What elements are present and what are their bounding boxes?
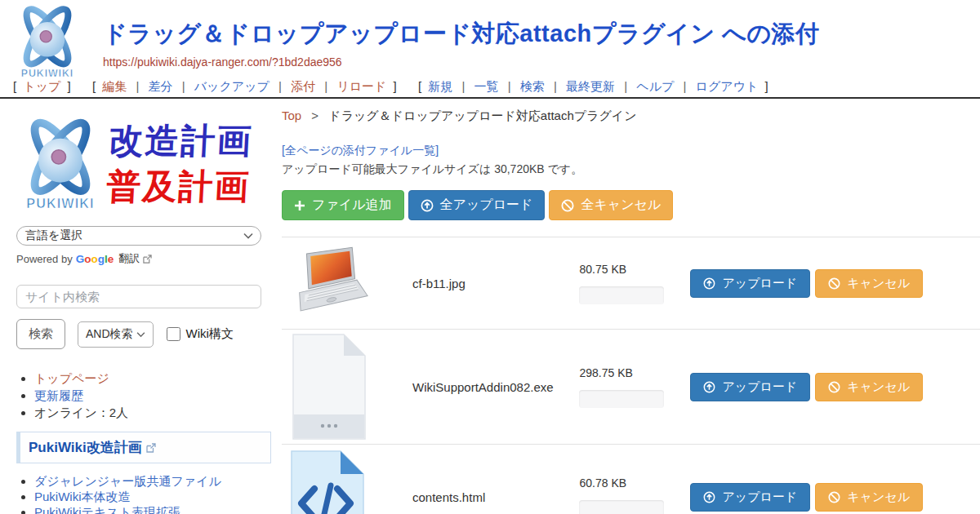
site-search-input[interactable] [16, 285, 261, 308]
nav-new[interactable]: 新規 [428, 79, 452, 93]
upload-toolbar: ファイル追加 全アップロード 全キャンセル [282, 190, 980, 220]
laptop-thumbnail-icon [290, 246, 372, 321]
language-select[interactable]: 言語を選択 [16, 226, 261, 246]
upload-button[interactable]: アップロード [690, 373, 810, 401]
separator: | [182, 79, 185, 93]
list-item: PukiWiki本体改造 [34, 489, 271, 504]
logo-line-kaizou: 改造計画 [108, 118, 254, 164]
top-navigation: [ トップ ] [ 編集 | 差分 | バックアップ | 添付 | リロード ]… [10, 79, 783, 95]
external-link-icon [146, 443, 156, 453]
file-row: cf-b11.jpg 80.75 KB アップロード [282, 237, 980, 329]
list-item: トップページ [34, 370, 271, 387]
file-size: 60.78 KB [579, 476, 677, 490]
nav-help[interactable]: ヘルプ [636, 79, 674, 93]
pukiwiki-brand-text: PUKIWIKI [21, 68, 74, 79]
cancel-button[interactable]: キャンセル [815, 373, 923, 401]
separator: | [324, 79, 327, 93]
sidebar-links-bottom: ダジャレンジャー版共通ファイル PukiWiki本体改造 PukiWikiテキス… [16, 473, 271, 514]
nav-diff[interactable]: 差分 [149, 79, 173, 93]
nav-search[interactable]: 検索 [520, 79, 545, 93]
nav-logout[interactable]: ログアウト [696, 79, 759, 93]
add-files-button[interactable]: ファイル追加 [282, 190, 404, 220]
all-attachments-link[interactable]: [全ページの添付ファイル一覧] [282, 144, 980, 158]
upload-file-list: cf-b11.jpg 80.75 KB アップロード [282, 237, 980, 514]
page-title: ドラッグ＆ドロップアップロード対応attachプラグイン への添付 [103, 18, 820, 51]
nav-backup[interactable]: バックアップ [194, 79, 270, 93]
google-translate-attribution: Powered by Google 翻訳 [16, 251, 271, 266]
plus-icon [294, 200, 305, 211]
powered-by-label: Powered by [16, 253, 73, 265]
separator: | [461, 79, 465, 93]
upload-button[interactable]: アップロード [690, 269, 810, 298]
separator: | [554, 79, 557, 93]
pukiwiki-atom-icon: PUKIWIKI [16, 113, 105, 215]
breadcrumb-top[interactable]: Top [282, 109, 301, 122]
file-name: cf-b11.jpg [376, 277, 579, 290]
google-logo: Google [76, 253, 114, 265]
pukiwiki-attach-page: PUKIWIKI ドラッグ＆ドロップアップロード対応attachプラグイン への… [0, 0, 980, 514]
cancel-button[interactable]: キャンセル [815, 269, 923, 298]
bracket: [ [92, 79, 96, 93]
bracket: ] [765, 79, 768, 93]
nav-recent[interactable]: 最終更新 [566, 79, 615, 93]
breadcrumb-current: ドラッグ＆ドロップアップロード対応attachプラグイン [328, 109, 636, 122]
file-name: contents.html [376, 490, 579, 504]
sidebar-section-heading: PukiWiki改造計画 [16, 432, 271, 463]
code-file-icon [290, 450, 365, 514]
upload-progress-bar [579, 500, 664, 514]
sidebar-item-common-files[interactable]: ダジャレンジャー版共通ファイル [34, 474, 221, 488]
breadcrumb: Top > ドラッグ＆ドロップアップロード対応attachプラグイン [282, 109, 980, 124]
ban-icon [828, 491, 840, 503]
file-name: WikiSupportAddin082.exe [376, 380, 579, 394]
pukiwiki-kaizou-link[interactable]: PukiWiki改造計画 [29, 438, 142, 457]
upload-circle-icon [421, 199, 434, 212]
page-url: https://pukiwiki.dajya-ranger.com/?1bd2d… [103, 55, 342, 69]
search-mode-value: AND検索 [86, 327, 133, 342]
external-link-icon [143, 255, 152, 264]
ban-icon [828, 277, 840, 290]
cancel-button[interactable]: キャンセル [815, 483, 923, 512]
list-item: オンライン：2人 [34, 404, 271, 421]
sidebar-logo-text: 改造計画 普及計画 [105, 118, 254, 210]
sidebar-logo: PUKIWIKI 改造計画 普及計画 [16, 113, 271, 215]
search-button[interactable]: 検索 [16, 319, 65, 349]
separator: | [508, 79, 511, 93]
separator: | [684, 79, 687, 93]
chevron-down-icon [136, 331, 145, 337]
wiki-syntax-label: Wiki構文 [186, 326, 234, 342]
nav-top[interactable]: トップ [23, 79, 60, 93]
upload-circle-icon [703, 381, 715, 393]
cancel-all-button[interactable]: 全キャンセル [549, 190, 673, 220]
bracket: [ [418, 79, 421, 93]
separator: | [624, 79, 627, 93]
wiki-syntax-checkbox[interactable] [167, 327, 180, 341]
sidebar-item-core-mod[interactable]: PukiWiki本体改造 [34, 490, 131, 503]
sidebar-item-text-ext[interactable]: PukiWikiテキスト表現拡張 [34, 505, 180, 514]
separator: | [136, 79, 139, 93]
nav-reload[interactable]: リロード [336, 79, 386, 93]
search-mode-select[interactable]: AND検索 [78, 321, 154, 348]
sidebar: PUKIWIKI 改造計画 普及計画 言語を選択 Powered by Goog… [16, 113, 271, 514]
language-select-value: 言語を選択 [25, 228, 82, 243]
separator: | [278, 79, 282, 93]
bracket: ] [68, 79, 71, 93]
pukiwiki-brand-text: PUKIWIKI [26, 196, 94, 210]
logo-line-fukyuu: 普及計画 [105, 164, 252, 210]
translate-link[interactable]: 翻訳 [118, 251, 140, 266]
nav-list[interactable]: 一覧 [474, 79, 499, 93]
upload-all-button[interactable]: 全アップロード [408, 190, 546, 220]
nav-edit[interactable]: 編集 [102, 79, 127, 93]
nav-attach[interactable]: 添付 [291, 79, 315, 93]
bracket: [ [13, 79, 16, 93]
sidebar-links-top: トップページ 更新履歴 オンライン：2人 [16, 370, 271, 421]
ban-icon [828, 381, 840, 393]
sidebar-item-update-history[interactable]: 更新履歴 [34, 388, 83, 402]
upload-circle-icon [703, 491, 715, 503]
breadcrumb-separator: > [311, 109, 318, 122]
list-item: PukiWikiテキスト表現拡張 [34, 504, 271, 514]
pukiwiki-logo[interactable]: PUKIWIKI [10, 3, 85, 80]
max-upload-size-text: アップロード可能最大ファイルサイズは 30,720KB です。 [282, 162, 980, 177]
upload-button[interactable]: アップロード [690, 483, 810, 512]
sidebar-item-toppage[interactable]: トップページ [34, 371, 109, 385]
main-content: Top > ドラッグ＆ドロップアップロード対応attachプラグイン [全ページ… [282, 109, 980, 514]
